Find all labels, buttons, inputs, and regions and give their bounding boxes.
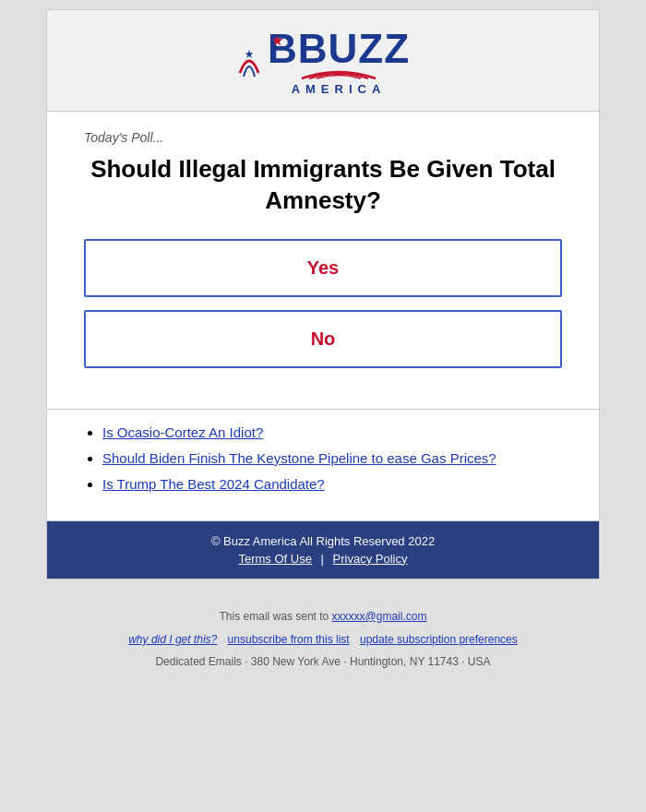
why-link[interactable]: why did I get this? bbox=[128, 633, 217, 646]
star-icon bbox=[236, 47, 262, 80]
list-item: Is Trump The Best 2024 Candidate? bbox=[102, 476, 562, 493]
logo-text-group: B ★ BUZZ AMERICA bbox=[268, 29, 410, 96]
email-footer: © Buzz America All Rights Reserved 2022 … bbox=[47, 521, 599, 579]
logo-b: B ★ bbox=[268, 29, 298, 69]
list-item: Should Biden Finish The Keystone Pipelin… bbox=[102, 450, 562, 467]
update-prefs-link[interactable]: update subscription preferences bbox=[360, 633, 518, 646]
yes-button[interactable]: Yes bbox=[84, 239, 562, 297]
list-item: Is Ocasio-Cortez An Idiot? bbox=[102, 424, 562, 441]
manage-links-line: why did I get this? unsubscribe from thi… bbox=[65, 630, 581, 651]
links-list: Is Ocasio-Cortez An Idiot? Should Biden … bbox=[47, 410, 599, 521]
logo-area: B ★ BUZZ AMERICA bbox=[47, 10, 599, 112]
links-ul: Is Ocasio-Cortez An Idiot? Should Biden … bbox=[93, 424, 562, 493]
link-ocasio[interactable]: Is Ocasio-Cortez An Idiot? bbox=[102, 424, 263, 440]
email-container: B ★ BUZZ AMERICA Today's Poll... bbox=[46, 9, 600, 579]
unsubscribe-link[interactable]: unsubscribe from this list bbox=[228, 633, 350, 646]
footer-copyright: © Buzz America All Rights Reserved 2022 bbox=[66, 534, 580, 548]
terms-link[interactable]: Terms Of Use bbox=[238, 552, 311, 566]
logo-america-text: AMERICA bbox=[268, 82, 410, 96]
footer-links: Terms Of Use | Privacy Policy bbox=[66, 552, 580, 566]
poll-label: Today's Poll... bbox=[84, 130, 562, 145]
poll-area: Today's Poll... Should Illegal Immigrant… bbox=[47, 112, 599, 410]
logo-wrapper: B ★ BUZZ AMERICA bbox=[236, 29, 410, 96]
footer-separator: | bbox=[321, 552, 324, 566]
link-keystone[interactable]: Should Biden Finish The Keystone Pipelin… bbox=[102, 450, 496, 466]
privacy-link[interactable]: Privacy Policy bbox=[333, 552, 408, 566]
link-trump[interactable]: Is Trump The Best 2024 Candidate? bbox=[102, 476, 325, 492]
bottom-info: This email was sent to xxxxxx@gmail.com … bbox=[46, 579, 600, 682]
sent-to-email[interactable]: xxxxxx@gmail.com bbox=[332, 610, 427, 623]
logo-uzz: BUZZ bbox=[298, 26, 410, 71]
sent-to-text: This email was sent to bbox=[220, 610, 329, 623]
sent-to-line: This email was sent to xxxxxx@gmail.com bbox=[65, 607, 581, 627]
no-button[interactable]: No bbox=[84, 310, 562, 368]
poll-question: Should Illegal Immigrants Be Given Total… bbox=[84, 154, 562, 217]
address-line: Dedicated Emails · 380 New York Ave · Hu… bbox=[65, 652, 581, 673]
svg-marker-0 bbox=[245, 49, 253, 57]
